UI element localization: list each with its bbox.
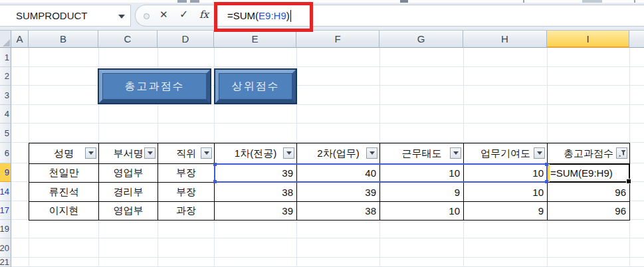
column-header-partial[interactable]: [629, 31, 644, 48]
row-header-14-filtered[interactable]: 14: [0, 182, 11, 201]
cell-title[interactable]: 부장: [158, 164, 215, 183]
cell-score1[interactable]: 39: [215, 202, 297, 221]
row-header-3[interactable]: 3: [0, 86, 11, 105]
enter-icon[interactable]: ✓: [179, 8, 188, 21]
row-header-9-active[interactable]: 9: [0, 163, 11, 182]
header-cell-title: 직위: [158, 143, 215, 164]
formula-text-suffix: ): [286, 10, 290, 21]
cell-dept[interactable]: 영업부: [99, 164, 158, 183]
header-cell-total: 총고과점수: [548, 143, 630, 164]
column-header-e[interactable]: E: [214, 31, 296, 48]
name-box[interactable]: SUMPRODUCT: [0, 5, 131, 27]
cell-attitude[interactable]: 10: [380, 202, 464, 221]
filter-active-button[interactable]: [616, 147, 627, 159]
total-score-button-face: 총고과점수: [99, 70, 210, 103]
cell-formula-text: =SUM(E9:H9): [550, 167, 613, 179]
insert-function-icon[interactable]: fx: [199, 9, 209, 21]
text-cursor: [290, 10, 291, 22]
header-label: 근무태도: [402, 147, 442, 160]
formula-text-prefix: =SUM(: [227, 10, 259, 21]
column-header-a[interactable]: A: [11, 31, 29, 48]
table-header-row: 성명 부서명 직위 1차(전공) 2차(업무) 근무태도: [29, 143, 630, 164]
header-cell-name: 성명: [29, 143, 99, 164]
top-score-button-label: 상위점수: [232, 80, 280, 94]
grid-cells[interactable]: [11, 105, 644, 124]
grid-cells[interactable]: [11, 238, 644, 258]
filter-dropdown-button[interactable]: [366, 147, 377, 159]
cell-contribution[interactable]: 10: [464, 183, 548, 202]
table-row: 이지현 영업부 과장 39 38 10 9 96: [29, 202, 630, 221]
column-header-g[interactable]: G: [379, 31, 463, 48]
select-all-triangle-icon: [3, 39, 10, 46]
filter-dropdown-icon: [453, 151, 459, 155]
row-header-19[interactable]: 19: [0, 220, 11, 238]
filter-dropdown-button[interactable]: [283, 147, 294, 159]
row-header-2[interactable]: 2: [0, 67, 11, 86]
column-header-d[interactable]: D: [158, 31, 214, 48]
header-label: 1차(전공): [235, 147, 276, 160]
row-header-20[interactable]: 20: [0, 238, 11, 258]
cell-title[interactable]: 과장: [158, 202, 215, 221]
column-header-c[interactable]: C: [98, 31, 158, 48]
cell-name[interactable]: 류진석: [29, 183, 99, 202]
filter-dropdown-icon: [204, 151, 209, 155]
row-header-21[interactable]: 21: [0, 258, 11, 267]
row-header-5[interactable]: 5: [0, 124, 11, 143]
grid-cells[interactable]: [11, 258, 644, 267]
column-header-i-selected[interactable]: I: [547, 31, 629, 48]
filter-dropdown-button[interactable]: [85, 147, 96, 159]
edit-highlight-strip: [548, 164, 550, 182]
column-header-b[interactable]: B: [29, 31, 98, 48]
filter-dropdown-button[interactable]: [144, 147, 156, 159]
cell-contribution[interactable]: 10: [464, 164, 548, 183]
grid-cells[interactable]: [11, 220, 644, 238]
cell-score2[interactable]: 38: [297, 202, 380, 221]
cell-score1[interactable]: 38: [215, 183, 297, 202]
total-score-button[interactable]: 총고과점수: [98, 68, 211, 104]
name-box-dropdown-icon[interactable]: [118, 15, 125, 19]
top-score-button[interactable]: 상위점수: [214, 68, 297, 104]
header-label: 총고과점수: [564, 147, 613, 160]
cell-dept[interactable]: 경리부: [99, 183, 158, 202]
filter-dropdown-icon: [148, 151, 153, 155]
filter-dropdown-button[interactable]: [201, 147, 212, 159]
header-cell-dept: 부서명: [99, 143, 158, 164]
row-header-17-filtered[interactable]: 17: [0, 201, 11, 220]
row-header-6[interactable]: 6: [0, 143, 11, 163]
formula-input[interactable]: =SUM(E9:H9): [214, 5, 644, 27]
cell-dept[interactable]: 영업부: [99, 202, 158, 221]
filter-dropdown-button[interactable]: [534, 147, 545, 159]
collapse-dot-icon: [144, 13, 150, 19]
column-header-f[interactable]: F: [296, 31, 379, 48]
cancel-icon[interactable]: ✕: [160, 9, 168, 21]
fill-handle[interactable]: [626, 179, 631, 184]
cell-total-editing[interactable]: =SUM(E9:H9): [548, 164, 630, 183]
row-header-1[interactable]: 1: [0, 48, 11, 67]
row-header-4[interactable]: 4: [0, 105, 11, 124]
select-all-corner[interactable]: [0, 31, 11, 48]
cell-name[interactable]: 천일만: [29, 164, 99, 183]
filter-dropdown-button[interactable]: [450, 147, 461, 159]
formula-range-ref: E9:H9: [259, 10, 286, 21]
filter-dropdown-icon: [537, 151, 542, 155]
filter-dropdown-icon: [286, 151, 292, 155]
cell-title[interactable]: 부장: [158, 183, 215, 202]
cell-name[interactable]: 이지현: [29, 202, 99, 221]
excel-window: SUMPRODUCT ✕ ✓ fx =SUM(E9:H9) A B C D E …: [0, 0, 644, 267]
cell-total[interactable]: 96: [548, 183, 630, 202]
cell-total[interactable]: 96: [548, 202, 630, 221]
cell-score2[interactable]: 40: [297, 164, 380, 183]
cell-score1[interactable]: 39: [215, 164, 297, 183]
grid-cells[interactable]: [11, 124, 644, 143]
header-cell-attitude: 근무태도: [380, 143, 464, 164]
cell-attitude[interactable]: 10: [380, 164, 464, 183]
cell-attitude[interactable]: 9: [380, 183, 464, 202]
cell-score2[interactable]: 39: [297, 183, 380, 202]
filter-dropdown-icon: [88, 151, 94, 155]
filter-active-icon: [618, 149, 626, 157]
table-row: 천일만 영업부 부장 39 40 10 10 =SUM(E9:H9): [29, 164, 630, 183]
column-header-row: A B C D E F G H I: [0, 31, 644, 48]
cell-contribution[interactable]: 9: [464, 202, 548, 221]
column-header-h[interactable]: H: [463, 31, 547, 48]
grid-cells[interactable]: [11, 48, 644, 67]
